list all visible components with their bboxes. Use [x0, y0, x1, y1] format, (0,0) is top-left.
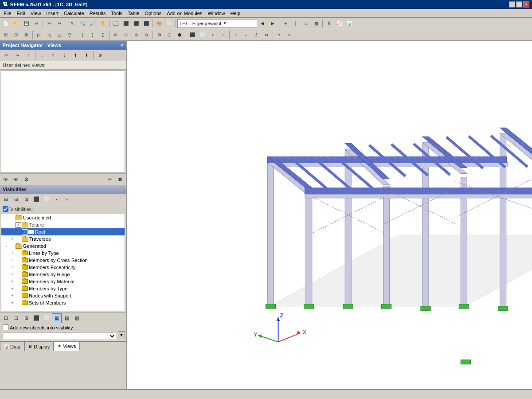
vis-tb-6[interactable]: ▪ — [52, 195, 62, 204]
tb2-13[interactable]: ⊗ — [131, 30, 141, 40]
tb-load[interactable]: ⬇ — [324, 19, 334, 28]
tree-item-toiture[interactable]: − Toiture — [1, 221, 125, 228]
view-tb-x1[interactable]: ✂ — [105, 175, 115, 184]
menu-help[interactable]: Help — [228, 10, 243, 17]
menu-tools[interactable]: Tools — [108, 10, 125, 17]
load-case-dropdown[interactable]: LF1 - Eigengewicht ▼ — [177, 19, 257, 28]
expand-members-eccentricity[interactable]: + — [9, 264, 16, 270]
expand-user-defined[interactable]: − — [3, 215, 9, 221]
tb2-9[interactable]: ⟩ — [88, 30, 98, 40]
expand-members-hinge[interactable]: + — [9, 271, 16, 278]
bottom-tb-1[interactable]: ⊞ — [1, 313, 11, 323]
tb-print[interactable]: 🖨 — [31, 19, 41, 28]
tb2-20[interactable]: ▪ — [208, 30, 218, 40]
tb-next[interactable]: ▶ — [268, 19, 278, 28]
tree-item-traverses[interactable]: + Traverses — [1, 235, 125, 243]
nav-close-button[interactable]: × — [121, 43, 123, 48]
menu-calculate[interactable]: Calculate — [61, 10, 87, 17]
tree-area[interactable]: − User-defined − Toiture − Roof — [1, 214, 125, 311]
tb-surface[interactable]: ▭ — [301, 19, 311, 28]
tb-save[interactable]: 💾 — [21, 19, 31, 28]
expand-sets-members[interactable]: + — [9, 300, 16, 306]
nav-tb-3[interactable]: ↑ — [23, 51, 34, 60]
tree-item-sets-members[interactable]: + Sets of Members — [1, 299, 125, 306]
tree-item-members-material[interactable]: + Members by Material — [1, 278, 125, 285]
tb-zoom-out[interactable]: 🔎 — [88, 19, 98, 28]
nav-tb-2[interactable]: ↪ — [12, 51, 23, 60]
bottom-tb-5[interactable]: ⬜ — [42, 313, 51, 323]
tb2-24[interactable]: ⇕ — [251, 30, 261, 40]
expand-roof[interactable]: − — [16, 229, 22, 235]
tb-zoom-in[interactable]: 🔍 — [78, 19, 87, 28]
nav-tb-5[interactable]: ⇑ — [48, 51, 59, 60]
expand-generated[interactable]: − — [3, 243, 9, 249]
close-button[interactable]: × — [523, 1, 529, 8]
minimize-button[interactable]: _ — [509, 1, 515, 8]
tb-solid[interactable]: ▩ — [311, 19, 321, 28]
view-tb-settings[interactable]: ⚙ — [21, 175, 31, 184]
bottom-tb-3[interactable]: ⊠ — [21, 313, 31, 323]
nav-tb-9[interactable]: ⊕ — [95, 51, 106, 60]
menu-table[interactable]: Table — [125, 10, 142, 17]
tb2-25[interactable]: ⇔ — [262, 30, 271, 40]
check-roof[interactable] — [22, 229, 27, 235]
tree-item-nodes-support[interactable]: + Nodes with Support — [1, 292, 125, 299]
tb-result[interactable]: 📈 — [334, 19, 344, 28]
tb-new[interactable]: 📄 — [1, 19, 11, 28]
vis-checkbox[interactable] — [3, 206, 8, 212]
tree-item-user-defined[interactable]: − User-defined — [1, 214, 125, 221]
tb2-27[interactable]: ⌗ — [285, 30, 294, 40]
tb2-12[interactable]: ⊖ — [121, 30, 131, 40]
nav-tb-6[interactable]: ⇓ — [59, 51, 70, 60]
menu-file[interactable]: File — [1, 10, 14, 17]
tab-data[interactable]: 📊 Data — [0, 342, 24, 351]
expand-traverses[interactable]: + — [9, 236, 16, 242]
tb-prev[interactable]: ◀ — [258, 19, 267, 28]
tb2-16[interactable]: ⬡ — [164, 30, 174, 40]
view-tb-eye2[interactable]: 👁 — [11, 175, 21, 184]
menu-insert[interactable]: Insert — [43, 10, 61, 17]
tb2-18[interactable]: ⬛ — [188, 30, 197, 40]
vis-tb-3[interactable]: ⊠ — [21, 195, 31, 204]
expand-members-cross[interactable]: + — [9, 257, 16, 263]
vis-tb-7[interactable]: ▫ — [62, 195, 72, 204]
dropdown-btn[interactable]: ▼ — [118, 331, 125, 339]
tb2-6[interactable]: △ — [55, 30, 64, 40]
tb2-2[interactable]: ⊟ — [11, 30, 21, 40]
tb2-21[interactable]: ▫ — [218, 30, 228, 40]
tb-select[interactable]: ↖ — [67, 19, 77, 28]
menu-window[interactable]: Window — [205, 10, 227, 17]
vis-tb-4[interactable]: ⬛ — [31, 195, 41, 204]
tb-undo[interactable]: ↩ — [44, 19, 54, 28]
expand-nodes-support[interactable]: + — [9, 293, 16, 299]
tb-open[interactable]: 📂 — [11, 19, 21, 28]
maximize-button[interactable]: □ — [516, 1, 522, 8]
tree-item-members-cross[interactable]: + Members by Cross-Section — [1, 257, 125, 264]
view-area[interactable]: X Y Z — [127, 41, 532, 389]
tb2-23[interactable]: ↔ — [241, 30, 251, 40]
tb-render[interactable]: 🎨 — [154, 19, 164, 28]
tab-display[interactable]: 🖥 Display — [24, 342, 54, 351]
tb-wire[interactable]: ⬜ — [164, 19, 174, 28]
nav-tb-1[interactable]: ↩ — [1, 51, 12, 60]
tab-views[interactable]: 👁 Views — [54, 342, 80, 351]
tb2-10[interactable]: ⟪ — [98, 30, 108, 40]
views-area[interactable] — [1, 70, 125, 172]
add-vis-checkbox[interactable] — [3, 325, 8, 330]
tb2-7[interactable]: ▽ — [65, 30, 74, 40]
vis-tb-5[interactable]: ⬜ — [42, 195, 51, 204]
tb2-8[interactable]: ⟨ — [78, 30, 87, 40]
tb2-3[interactable]: ⊠ — [21, 30, 31, 40]
tb2-22[interactable]: ↕ — [231, 30, 241, 40]
tb-front[interactable]: ⬛ — [121, 19, 131, 28]
expand-members-type[interactable]: + — [9, 286, 16, 292]
vis-select[interactable] — [3, 332, 116, 340]
tb2-1[interactable]: ⊞ — [1, 30, 11, 40]
tb2-14[interactable]: ⊘ — [141, 30, 151, 40]
tb2-26[interactable]: ⌖ — [274, 30, 284, 40]
nav-tb-8[interactable]: ⬇ — [81, 51, 92, 60]
menu-addon[interactable]: Add-on Modules — [164, 10, 205, 17]
tb2-19[interactable]: ⬜ — [198, 30, 207, 40]
tb-top[interactable]: ⬛ — [131, 19, 141, 28]
tree-item-generated[interactable]: − Generated — [1, 243, 125, 250]
